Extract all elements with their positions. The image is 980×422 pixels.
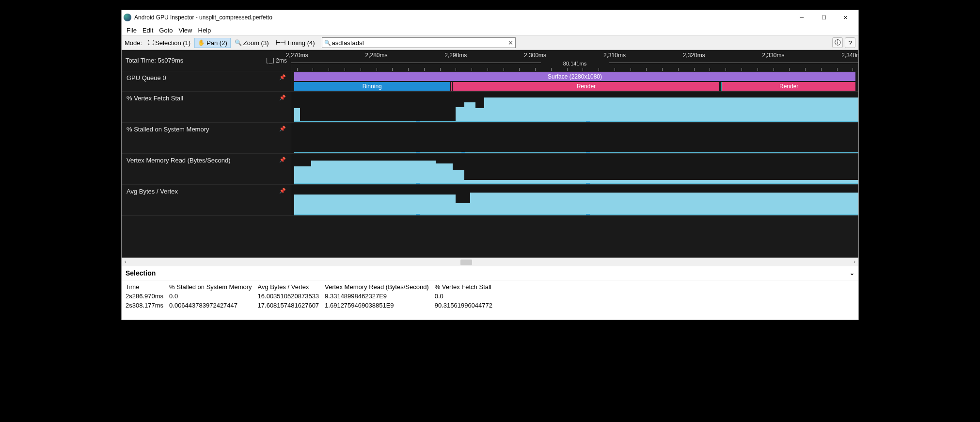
table-header-row: Time % Stalled on System Memory Avg Byte… xyxy=(125,282,497,292)
pin-icon[interactable]: 📌 xyxy=(279,157,286,163)
track-label: Vertex Memory Read (Bytes/Second) xyxy=(126,157,231,164)
selection-icon: ⛶ xyxy=(148,39,154,46)
clear-search-icon[interactable]: ✕ xyxy=(508,39,513,47)
toolbar-right: ⓘ ? xyxy=(832,37,855,48)
scroll-right-icon[interactable]: › xyxy=(854,259,855,264)
ssm-content[interactable] xyxy=(291,123,858,153)
track-label: Avg Bytes / Vertex xyxy=(126,188,178,195)
titlebar: Android GPU Inspector - unsplit_compress… xyxy=(122,10,858,25)
toolbar: Mode: ⛶Selection (1) ✋Pan (2) 🔍Zoom (3) … xyxy=(122,35,858,50)
col-vmr[interactable]: Vertex Memory Read (Bytes/Second) xyxy=(324,282,434,292)
selection-table: Time % Stalled on System Memory Avg Byte… xyxy=(122,280,858,320)
window-title: Android GPU Inspector - unsplit_compress… xyxy=(134,14,791,21)
table-row[interactable]: 2s308.177ms 0.006443783972427447 17.6081… xyxy=(125,301,497,310)
bar-binning[interactable]: Binning xyxy=(294,82,450,91)
total-time-label: Total Time: 5s079ms xyxy=(126,57,183,64)
menu-edit[interactable]: Edit xyxy=(140,26,156,35)
col-abv[interactable]: Avg Bytes / Vertex xyxy=(257,282,324,292)
minimize-button[interactable]: ─ xyxy=(791,11,813,24)
selection-panel: Selection ⌄ Time % Stalled on System Mem… xyxy=(122,266,858,320)
pan-icon: ✋ xyxy=(198,39,205,46)
app-icon xyxy=(124,14,131,21)
mode-pan[interactable]: ✋Pan (2) xyxy=(194,38,231,48)
ruler-tick: 2,330ms xyxy=(762,52,784,59)
window-controls: ─ ☐ ✕ xyxy=(791,11,856,24)
app-window: Android GPU Inspector - unsplit_compress… xyxy=(121,10,859,320)
track-vertex-fetch-stall: % Vertex Fetch Stall📌 xyxy=(122,92,858,123)
timeline-header: Total Time: 5s079ms ⌊_⌋ 2ms 80.141ms 2,2… xyxy=(122,50,858,71)
track-stalled-system-memory: % Stalled on System Memory📌 xyxy=(122,123,858,154)
pin-icon[interactable]: 📌 xyxy=(279,126,286,132)
col-time[interactable]: Time xyxy=(125,282,168,292)
info-button[interactable]: ⓘ xyxy=(832,37,843,48)
timeline-ruler[interactable]: 80.141ms 2,270ms2,280ms2,290ms2,300ms2,3… xyxy=(291,50,858,71)
pin-icon[interactable]: 📌 xyxy=(279,188,286,194)
menu-file[interactable]: File xyxy=(124,26,140,35)
menu-view[interactable]: View xyxy=(176,26,195,35)
scroll-thumb[interactable] xyxy=(460,260,472,265)
close-button[interactable]: ✕ xyxy=(835,11,856,24)
search-box: 🔍 ✕ xyxy=(322,37,516,48)
track-vertex-memory-read: Vertex Memory Read (Bytes/Second)📌 xyxy=(122,154,858,185)
timeline-view[interactable]: Total Time: 5s079ms ⌊_⌋ 2ms 80.141ms 2,2… xyxy=(122,50,858,258)
menubar: File Edit Goto View Help xyxy=(122,25,858,35)
track-label: % Vertex Fetch Stall xyxy=(126,95,183,102)
vmr-content[interactable] xyxy=(291,154,858,184)
maximize-button[interactable]: ☐ xyxy=(813,11,835,24)
col-ssm[interactable]: % Stalled on System Memory xyxy=(168,282,257,292)
track-label: GPU Queue 0 xyxy=(126,74,166,81)
scroll-left-icon[interactable]: ‹ xyxy=(125,259,126,264)
menu-help[interactable]: Help xyxy=(195,26,214,35)
selection-header[interactable]: Selection ⌄ xyxy=(122,266,858,280)
track-avg-bytes-vertex: Avg Bytes / Vertex📌 xyxy=(122,185,858,216)
mode-selection[interactable]: ⛶Selection (1) xyxy=(145,38,193,48)
timeline-scale: ⌊_⌋ 2ms xyxy=(266,57,287,64)
col-vfs[interactable]: % Vertex Fetch Stall xyxy=(434,282,497,292)
timeline-header-left: Total Time: 5s079ms ⌊_⌋ 2ms xyxy=(122,50,291,71)
timing-icon: ⊢⊣ xyxy=(276,39,285,46)
timeline-span-label: 80.141ms xyxy=(563,61,586,66)
horizontal-scrollbar[interactable]: ‹ › xyxy=(122,258,858,266)
gpu-queue-content[interactable]: Surface (2280x1080) Binning Render Rende… xyxy=(291,71,858,91)
zoom-icon: 🔍 xyxy=(235,39,242,46)
track-gpu-queue: GPU Queue 0📌 Surface (2280x1080) Binning… xyxy=(122,71,858,92)
search-icon: 🔍 xyxy=(324,40,331,46)
chevron-down-icon[interactable]: ⌄ xyxy=(850,270,854,276)
ruler-tick: 2,310ms xyxy=(603,52,626,59)
ruler-tick: 2,300ms xyxy=(524,52,546,59)
track-label: % Stalled on System Memory xyxy=(126,126,209,133)
help-button[interactable]: ? xyxy=(845,37,855,48)
pin-icon[interactable]: 📌 xyxy=(279,95,286,101)
bar-render2[interactable]: Render xyxy=(722,82,855,91)
mode-timing[interactable]: ⊢⊣Timing (4) xyxy=(273,38,318,48)
ruler-tick: 2,320ms xyxy=(683,52,705,59)
mode-label: Mode: xyxy=(125,39,142,47)
search-input[interactable] xyxy=(332,39,508,47)
table-row[interactable]: 2s286.970ms 0.0 16.003510520873533 9.331… xyxy=(125,292,497,301)
ruler-tick: 2,280ms xyxy=(365,52,387,59)
abv-content[interactable] xyxy=(291,185,858,215)
ruler-tick: 2,270ms xyxy=(286,52,308,59)
bar-surface[interactable]: Surface (2280x1080) xyxy=(294,72,855,81)
ruler-tick: 2,340ms xyxy=(841,52,858,59)
ruler-tick: 2,290ms xyxy=(444,52,467,59)
bar-render1[interactable]: Render xyxy=(453,82,719,91)
selection-title: Selection xyxy=(126,269,156,277)
mode-zoom[interactable]: 🔍Zoom (3) xyxy=(232,38,272,48)
vfs-content[interactable] xyxy=(291,92,858,122)
pin-icon[interactable]: 📌 xyxy=(279,74,286,81)
menu-goto[interactable]: Goto xyxy=(156,26,175,35)
